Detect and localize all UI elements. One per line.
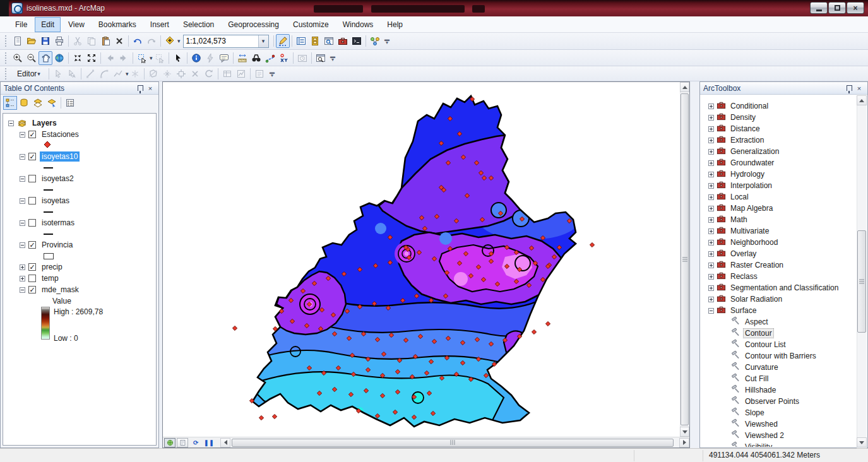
list-by-selection-icon[interactable] [45,96,59,110]
data-view-button[interactable] [164,438,175,447]
catalog-window-icon[interactable] [308,34,322,48]
tree-item-label[interactable]: Hydrology [728,169,766,179]
tree-item-label[interactable]: Groundwater [728,158,776,168]
search-window-icon[interactable] [322,34,336,48]
menu-edit[interactable]: Edit [35,17,61,32]
layer-label[interactable]: temp [40,273,61,283]
expand-icon[interactable] [708,228,714,234]
toolbar-overflow-button[interactable]: ▬▾ [329,52,337,64]
full-extent-icon[interactable] [52,51,66,65]
tool-cut-fill[interactable]: Cut Fill [701,373,857,384]
polygon-symbol[interactable] [44,253,54,259]
layer-label[interactable]: Estaciones [40,129,81,139]
tool-curvature[interactable]: Curvature [701,362,857,373]
layer-visibility-checkbox[interactable] [28,219,36,227]
tree-item-label[interactable]: Viewshed 2 [743,430,786,441]
tool-observer-points[interactable]: Observer Points [701,396,857,407]
list-by-source-icon[interactable] [17,96,31,110]
toolbox-overlay[interactable]: Overlay [701,248,857,259]
tool-aspect[interactable]: Aspect [701,316,857,328]
tool-hillshade[interactable]: Hillshade [701,384,857,396]
map-scale-combo[interactable]: ▾ [183,35,269,48]
expand-icon[interactable] [708,172,714,177]
layer-visibility-checkbox[interactable]: ✓ [28,131,36,138]
toolbox-solar-radiation[interactable]: Solar Radiation [701,293,857,305]
toolbox-multivariate[interactable]: Multivariate [701,225,857,237]
tree-item-label[interactable]: Segmentation and Classification [728,283,840,293]
select-features-dropdown-arrow[interactable]: ▾ [150,55,153,61]
collapse-icon[interactable] [20,198,25,204]
map-vertical-scrollbar[interactable] [680,82,689,437]
tree-item-label[interactable]: Raster Creation [728,260,785,270]
menu-bookmarks[interactable]: Bookmarks [92,17,143,32]
expand-icon[interactable] [708,240,714,246]
expand-icon[interactable] [708,104,714,109]
tool-slope[interactable]: Slope [701,407,857,418]
arctoolbox-window-icon[interactable] [336,34,350,48]
layer-row-Estaciones[interactable]: ✓Estaciones [3,129,156,140]
menu-geoprocessing[interactable]: Geoprocessing [222,17,285,32]
layer-visibility-checkbox[interactable] [28,175,36,182]
minimize-button[interactable] [810,2,828,14]
layer-visibility-checkbox[interactable]: ✓ [28,263,36,271]
expand-icon[interactable] [708,274,714,280]
toolbox-groundwater[interactable]: Groundwater [701,157,857,169]
close-button[interactable]: × [847,2,864,14]
python-window-icon[interactable] [350,34,364,48]
tree-item-label[interactable]: Extraction [728,135,766,145]
layer-visibility-checkbox[interactable] [28,197,36,204]
tree-item-label[interactable]: Multivariate [728,226,771,236]
vertical-scroll-thumb[interactable] [857,230,866,333]
add-data-dropdown-arrow[interactable]: ▾ [177,38,181,44]
layer-row-mde_mask[interactable]: ✓mde_mask [3,284,156,295]
tree-item-label[interactable]: Reclass [728,271,759,281]
collapse-icon[interactable] [708,308,714,314]
viewer-window-icon[interactable] [314,51,328,65]
tree-item-label[interactable]: Math [728,215,749,225]
print-icon[interactable] [52,34,66,48]
toc-root-layers[interactable]: Layers [3,117,156,129]
tree-item-label[interactable]: Solar Radiation [728,294,784,304]
layer-row-isoyetas2[interactable]: isoyetas2 [3,173,156,184]
layer-label[interactable]: precip [40,262,64,272]
restore-button[interactable] [828,2,846,14]
toolbox-math[interactable]: Math [701,214,857,225]
go-to-xy-icon[interactable] [277,51,291,65]
toolbar-grip[interactable] [5,68,8,80]
new-document-icon[interactable] [11,34,25,48]
expand-icon[interactable] [20,276,25,281]
toolbox-map-algebra[interactable]: Map Algebra [701,203,857,214]
layer-visibility-checkbox[interactable]: ✓ [28,286,36,293]
line-symbol[interactable] [44,189,53,191]
toolbox-conditional[interactable]: Conditional [701,100,857,112]
tree-item-label[interactable]: Cut Fill [743,374,770,384]
paste-icon[interactable] [98,34,112,48]
toolbox-interpolation[interactable]: Interpolation [701,180,857,191]
toolbox-generalization[interactable]: Generalization [701,146,857,157]
tree-item-label[interactable]: Conditional [728,101,770,111]
expand-icon[interactable] [708,263,714,268]
toolbar-grip[interactable] [5,35,8,47]
tree-item-label[interactable]: Contour with Barriers [743,351,818,361]
point-symbol[interactable] [44,141,51,150]
tool-contour-list[interactable]: Contour List [701,339,857,350]
toolbar-grip[interactable] [5,52,8,64]
layer-label[interactable]: isoyetas [40,196,71,206]
collapse-icon[interactable] [20,132,25,138]
tool-visibility[interactable]: Visibility [701,441,857,447]
select-features-icon[interactable] [135,51,149,65]
horizontal-scroll-thumb[interactable] [232,439,674,447]
layer-row-isoyetas[interactable]: isoyetas [3,195,156,206]
toolbar-overflow-button[interactable]: ▬▾ [268,68,276,80]
menu-customize[interactable]: Customize [287,17,335,32]
expand-icon[interactable] [708,206,714,211]
toc-options-icon[interactable] [63,96,77,110]
map-horizontal-scrollbar[interactable] [230,438,679,447]
menu-help[interactable]: Help [381,17,409,32]
expand-icon[interactable] [708,138,714,143]
tree-item-label[interactable]: Contour List [743,340,788,350]
table-of-contents-icon[interactable] [294,34,308,48]
toolbox-extraction[interactable]: Extraction [701,134,857,146]
open-icon[interactable] [25,34,39,48]
expand-icon[interactable] [708,285,714,291]
